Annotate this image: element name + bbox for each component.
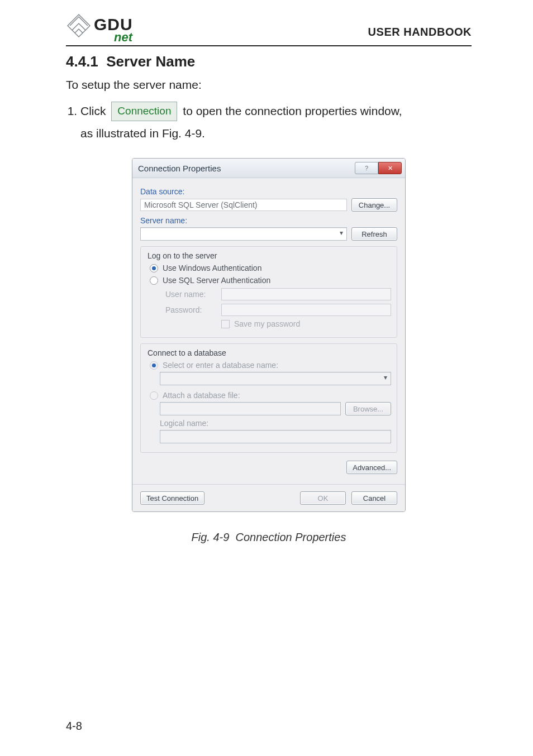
logo-icon <box>66 13 92 39</box>
page-header: GDU net USER HANDBOOK <box>66 16 472 42</box>
radio-icon <box>150 276 158 285</box>
svg-marker-0 <box>68 15 90 37</box>
radio-icon <box>150 391 158 400</box>
auth-windows-radio[interactable]: Use Windows Authentication <box>150 264 391 272</box>
logo-text-sub: net <box>114 32 133 44</box>
data-source-field: Microsoft SQL Server (SqlClient) <box>140 199 347 211</box>
section-heading: 4.4.1 Server Name <box>66 53 472 70</box>
header-rule <box>66 45 472 46</box>
connection-button-inline[interactable]: Connection <box>111 102 177 121</box>
logo: GDU net <box>66 16 133 42</box>
logon-group: Log on to the server Use Windows Authent… <box>140 246 397 338</box>
dialog-titlebar: Connection Properties ? ✕ <box>132 159 405 178</box>
dialog-footer: Test Connection OK Cancel <box>132 484 405 511</box>
section-title: Server Name <box>106 53 195 70</box>
auth-sql-radio[interactable]: Use SQL Server Authentication <box>150 276 391 285</box>
database-name-input <box>160 372 391 385</box>
page-number: 4-8 <box>66 720 82 733</box>
user-name-label: User name: <box>165 290 216 299</box>
help-icon[interactable]: ? <box>355 162 378 174</box>
radio-icon <box>150 361 158 370</box>
ok-button: OK <box>300 491 346 505</box>
change-button[interactable]: Change... <box>351 198 397 212</box>
close-icon[interactable]: ✕ <box>378 162 402 174</box>
radio-icon <box>150 264 158 272</box>
save-password-checkbox <box>221 320 230 328</box>
figure-caption: Fig. 4-9 Connection Properties <box>66 531 472 544</box>
password-label: Password: <box>165 305 216 314</box>
test-connection-button[interactable]: Test Connection <box>140 491 204 505</box>
data-source-label: Data source: <box>140 187 397 196</box>
section-intro: To setup the server name: <box>66 78 472 92</box>
db-select-radio[interactable]: Select or enter a database name: <box>150 361 391 370</box>
logical-name-label: Logical name: <box>160 419 391 428</box>
cancel-button[interactable]: Cancel <box>351 491 397 505</box>
database-group: Connect to a database Select or enter a … <box>140 343 397 453</box>
server-name-input[interactable] <box>140 227 347 241</box>
step-1: Click Connection to open the connection … <box>80 102 472 121</box>
server-name-label: Server name: <box>140 216 397 225</box>
section-number: 4.4.1 <box>66 53 98 70</box>
database-group-title: Connect to a database <box>145 348 229 357</box>
steps-list: Click Connection to open the connection … <box>66 102 472 121</box>
logon-group-title: Log on to the server <box>145 251 220 260</box>
save-password-label: Save my password <box>234 319 300 328</box>
dialog-screenshot: Connection Properties ? ✕ Data source: M… <box>132 158 406 512</box>
password-input <box>221 304 391 316</box>
dialog-title: Connection Properties <box>138 164 221 173</box>
advanced-button[interactable]: Advanced... <box>346 461 397 474</box>
browse-button: Browse... <box>345 402 391 415</box>
refresh-button[interactable]: Refresh <box>351 227 397 241</box>
logical-name-input <box>160 430 391 443</box>
step-1-continuation: as illustrated in Fig. 4-9. <box>80 125 472 143</box>
user-name-input <box>221 288 391 300</box>
db-attach-radio[interactable]: Attach a database file: <box>150 391 391 400</box>
doc-title: USER HANDBOOK <box>368 26 472 39</box>
attach-file-input <box>160 402 341 415</box>
